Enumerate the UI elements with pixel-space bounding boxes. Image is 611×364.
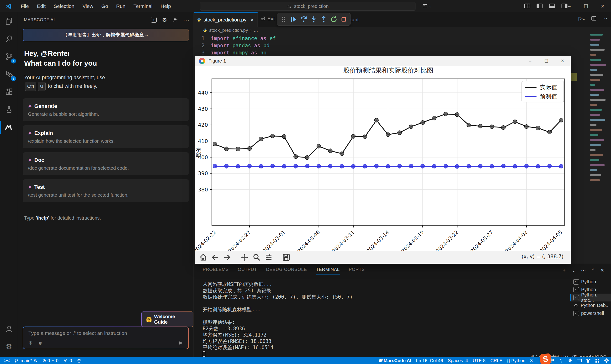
figure-canvas[interactable]: 股价预测结果和实际股价对比图股价380390400410420430440202… <box>195 66 571 251</box>
menu-terminal[interactable]: Terminal <box>130 2 156 11</box>
menu-go[interactable]: Go <box>97 2 112 11</box>
run-python-icon[interactable]: ▷⌄ <box>579 15 585 22</box>
tab-close-icon[interactable]: ✕ <box>250 17 254 23</box>
account-icon[interactable] <box>0 320 18 338</box>
menu-help[interactable]: Help <box>156 2 175 11</box>
terminal-list-item[interactable]: Python Deb... <box>570 301 611 309</box>
activity-run-debug-icon[interactable]: 1 <box>0 65 18 83</box>
activity-source-control-icon[interactable]: 1 <box>0 48 18 65</box>
forward-icon[interactable] <box>223 253 231 262</box>
figure-minimize-button[interactable]: – <box>522 56 538 66</box>
annual-report-banner[interactable]: 【年度报告】出炉， 解锁专属代码徽章→ <box>23 29 189 41</box>
command-center-search[interactable]: stock_prediction <box>200 2 416 11</box>
send-icon[interactable] <box>178 340 184 346</box>
context-hash-icon[interactable]: # <box>39 340 42 346</box>
figure-close-button[interactable]: ✕ <box>554 56 571 66</box>
eol[interactable]: CRLF <box>488 357 505 364</box>
new-terminal-icon[interactable]: ＋ <box>562 267 567 273</box>
cursor-position[interactable]: Ln 16, Col 46 <box>414 357 445 364</box>
card-test[interactable]: ✳Test/test generate unit test for the se… <box>23 179 189 202</box>
sync-icon[interactable]: ↻ <box>34 358 38 364</box>
broadcast-item[interactable]: 0 <box>61 357 75 364</box>
ime-skin-icon[interactable] <box>585 358 591 364</box>
menu-run[interactable]: Run <box>112 2 130 11</box>
panel-maximize-icon[interactable]: ⌃ <box>591 267 595 273</box>
activity-marscode-icon[interactable] <box>0 118 18 136</box>
save-icon[interactable] <box>282 253 291 262</box>
tab-stock-prediction[interactable]: stock_prediction.py ✕ <box>194 13 258 27</box>
activity-explorer-icon[interactable] <box>0 13 18 30</box>
tab-extension-partial[interactable]: Ext <box>260 16 274 22</box>
back-icon[interactable] <box>211 253 220 262</box>
profile-icon[interactable]: ⌄ <box>422 3 432 9</box>
terminal-dropdown-icon[interactable]: ⌄ <box>572 267 576 273</box>
toggle-panel-icon[interactable] <box>548 2 556 10</box>
panel-more-icon[interactable]: ⋯ <box>581 267 586 273</box>
ime-settings-icon[interactable] <box>603 358 610 364</box>
welcome-guide-button[interactable]: 🤗 Welcome Guide <box>141 312 193 327</box>
figure-maximize-button[interactable]: ☐ <box>538 56 554 66</box>
terminal-list-item[interactable]: >_Python <box>570 278 611 286</box>
debug-restart-icon[interactable] <box>330 15 338 23</box>
activity-search-icon[interactable] <box>0 30 18 48</box>
activity-testing-icon[interactable] <box>0 101 18 118</box>
window-minimize-button[interactable]: – <box>561 0 578 13</box>
account-switch-icon[interactable] <box>172 17 179 23</box>
panel-tab-debug-console[interactable]: DEBUG CONSOLE <box>266 267 307 274</box>
debug-stop-icon[interactable] <box>340 15 348 23</box>
panel-tab-terminal[interactable]: TERMINAL <box>316 267 339 274</box>
card-doc[interactable]: ✳Doc/doc generate documentation for sele… <box>23 152 189 175</box>
debug-status-item[interactable] <box>74 357 84 364</box>
settings-gear-icon[interactable]: ⚙ <box>0 338 18 355</box>
ime-punct-icon[interactable]: ’, <box>558 358 564 364</box>
panel-tab-ports[interactable]: PORTS <box>349 267 365 274</box>
menu-file[interactable]: File <box>17 2 33 11</box>
chat-input[interactable]: Type a message or '/' to select an instr… <box>23 327 188 349</box>
panel-tab-problems[interactable]: PROBLEMS <box>203 267 229 274</box>
panel-tab-output[interactable]: OUTPUT <box>238 267 257 274</box>
editor-more-icon[interactable]: ··· <box>602 16 608 21</box>
debug-continue-icon[interactable] <box>290 15 298 23</box>
python-version[interactable]: 3 <box>528 357 535 364</box>
code-editor[interactable]: 1import efinance as ef2import pandas as … <box>194 35 276 56</box>
split-editor-icon[interactable] <box>591 15 597 21</box>
customize-layout-icon[interactable] <box>524 2 531 10</box>
language-mode[interactable]: {} Python <box>505 357 528 364</box>
sparkle-icon[interactable]: ✳ <box>28 340 33 346</box>
ime-keyboard-icon[interactable] <box>576 358 582 364</box>
panel-close-icon[interactable]: ✕ <box>600 267 604 273</box>
problems-item[interactable]: ⊗ 0 △ 0 <box>40 357 61 364</box>
remote-indicator[interactable]: >< <box>0 357 12 364</box>
git-branch-item[interactable]: main* ↻ <box>12 357 40 364</box>
minimap[interactable] <box>589 34 611 206</box>
terminal-output[interactable]: 从网络获取MSFT的历史数据...数据获取完成，共 251 条记录数据预处理完成… <box>203 281 353 357</box>
settings-icon[interactable]: ⚙ <box>161 17 168 23</box>
ime-mic-icon[interactable] <box>567 358 573 364</box>
figure-title-bar[interactable]: Figure 1 – ☐ ✕ <box>195 56 571 66</box>
terminal-list-item[interactable]: >_powershell <box>570 309 611 317</box>
menu-view[interactable]: View <box>78 2 97 11</box>
zoom-rect-icon[interactable] <box>252 253 261 262</box>
pan-icon[interactable] <box>240 253 249 262</box>
marscode-status[interactable]: 𝙈 MarsCode AI <box>377 357 414 364</box>
toggle-sidebar-icon[interactable] <box>536 2 543 10</box>
debug-step-out-icon[interactable] <box>320 15 328 23</box>
breadcrumb[interactable]: stock_prediction.py › … <box>203 28 258 33</box>
card-generate[interactable]: ✳GenerateGenerate a bubble sort algorith… <box>23 98 189 121</box>
subplots-config-icon[interactable] <box>264 253 273 262</box>
terminal-list-item[interactable]: >_Python: stoc... <box>570 294 611 301</box>
menu-edit[interactable]: Edit <box>33 2 50 11</box>
ime-toolbox-icon[interactable] <box>594 358 600 364</box>
encoding[interactable]: UTF-8 <box>470 357 488 364</box>
more-actions-icon[interactable]: ··· <box>183 17 190 23</box>
menu-selection[interactable]: Selection <box>50 2 78 11</box>
debug-step-over-icon[interactable] <box>300 15 308 23</box>
window-maximize-button[interactable]: ☐ <box>578 0 594 13</box>
card-explain[interactable]: ✳Explain/explain how the selected functi… <box>23 125 189 148</box>
sogou-ime-logo[interactable]: S <box>540 353 552 364</box>
indentation[interactable]: Spaces: 4 <box>445 357 470 364</box>
activity-extensions-icon[interactable] <box>0 83 18 101</box>
window-close-button[interactable]: ✕ <box>594 0 611 13</box>
new-chat-icon[interactable]: ＋ <box>151 17 157 23</box>
drag-grip-icon[interactable] <box>280 15 288 23</box>
